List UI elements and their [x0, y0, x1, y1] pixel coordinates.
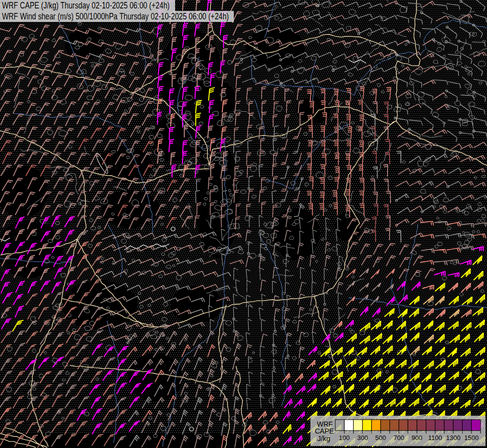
svg-text:WRF Wind shear (m/s) 500/1000h: WRF Wind shear (m/s) 500/1000hPa Thursda… — [2, 11, 229, 21]
svg-text:1500: 1500 — [464, 434, 479, 442]
svg-text:900: 900 — [411, 434, 422, 442]
svg-text:1300: 1300 — [446, 434, 461, 442]
svg-text:1100: 1100 — [428, 434, 442, 442]
svg-text:500: 500 — [375, 434, 386, 442]
svg-text:J/kg: J/kg — [317, 435, 330, 443]
svg-text:CAPE: CAPE — [315, 427, 334, 435]
svg-text:700: 700 — [393, 434, 404, 442]
svg-text:100: 100 — [339, 434, 350, 442]
svg-text:300: 300 — [357, 434, 368, 442]
svg-text:WRF CAPE (J/kg) Thursday 02-10: WRF CAPE (J/kg) Thursday 02-10-2025 06:0… — [2, 0, 170, 10]
